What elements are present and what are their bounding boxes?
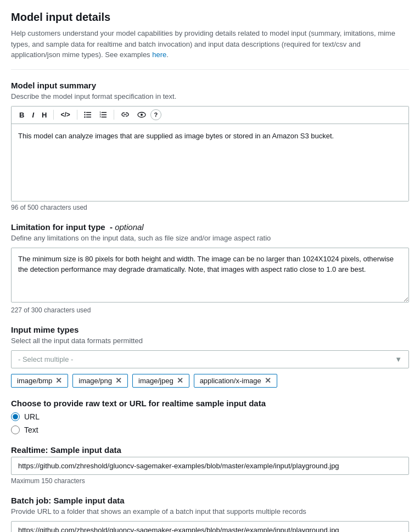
svg-point-3 (84, 112, 85, 113)
svg-point-5 (84, 116, 85, 117)
realtime-section: Realtime: Sample input data Maximum 150 … (11, 445, 409, 485)
mime-title: Input mime types (11, 325, 409, 334)
mime-placeholder: - Select multiple - (18, 355, 73, 363)
mime-tag-bmp: image/bmp ✕ (11, 374, 68, 388)
radio-text-input[interactable] (11, 425, 20, 434)
preview-button[interactable] (134, 109, 149, 121)
radio-url-text: URL (24, 412, 40, 421)
toolbar-divider-3 (114, 110, 114, 120)
limitation-textarea[interactable]: The minimum size is 80 pixels for both h… (11, 248, 409, 303)
svg-point-4 (84, 114, 85, 115)
mime-desc: Select all the input data formats permit… (11, 337, 409, 345)
section-divider (11, 69, 409, 70)
batch-title: Batch job: Sample input data (11, 496, 409, 505)
raw-text-title: Choose to provide raw text or URL for re… (11, 399, 409, 408)
mime-tag-ximage: application/x-image ✕ (194, 374, 277, 388)
realtime-title: Realtime: Sample input data (11, 445, 409, 455)
mime-tag-png: image/png ✕ (72, 374, 128, 388)
examples-link[interactable]: here (152, 51, 166, 59)
mime-tag-jpeg: image/jpeg ✕ (132, 374, 189, 388)
mime-tag-bmp-remove[interactable]: ✕ (55, 377, 62, 384)
realtime-max-chars: Maximum 150 characters (11, 477, 409, 485)
chevron-down-icon: ▼ (395, 355, 402, 363)
radio-url-label[interactable]: URL (11, 412, 409, 421)
rich-editor: B I H </> (11, 106, 409, 201)
toolbar-divider-2 (77, 110, 77, 120)
mime-select[interactable]: - Select multiple - ▼ (11, 350, 409, 368)
summary-char-count: 96 of 500 characters used (11, 204, 409, 211)
svg-rect-2 (86, 117, 91, 118)
editor-content[interactable]: This model can analyze images that are s… (12, 124, 408, 201)
mime-tag-jpeg-remove[interactable]: ✕ (177, 377, 183, 384)
svg-rect-0 (86, 112, 91, 113)
mime-section: Input mime types Select all the input da… (11, 325, 409, 388)
mime-tag-ximage-remove[interactable]: ✕ (265, 377, 271, 384)
radio-text-label[interactable]: Text (11, 425, 409, 434)
italic-button[interactable]: I (29, 109, 37, 121)
svg-rect-6 (102, 112, 107, 113)
raw-text-section: Choose to provide raw text or URL for re… (11, 399, 409, 434)
limitation-title: Limitation for input type - optional (11, 222, 409, 232)
limitation-char-count: 227 of 300 characters used (11, 306, 409, 314)
batch-section: Batch job: Sample input data Provide URL… (11, 496, 409, 533)
heading-button[interactable]: H (38, 109, 50, 121)
radio-url-input[interactable] (11, 412, 20, 421)
summary-title: Model input summary (11, 81, 409, 90)
mime-tag-png-label: image/png (79, 377, 112, 385)
batch-desc: Provide URL to a folder that shows an ex… (11, 507, 409, 516)
svg-rect-7 (102, 114, 107, 115)
summary-desc: Describe the model input format specific… (11, 92, 409, 100)
svg-rect-1 (86, 114, 91, 115)
mime-tag-jpeg-label: image/jpeg (138, 377, 173, 385)
page-title: Model input details (11, 11, 409, 24)
code-button[interactable]: </> (57, 109, 73, 121)
mime-tags-row: image/bmp ✕ image/png ✕ image/jpeg ✕ app… (11, 374, 409, 388)
bold-button[interactable]: B (16, 109, 27, 121)
radio-group: URL Text (11, 412, 409, 434)
link-button[interactable] (117, 109, 133, 121)
ordered-list-button[interactable]: 1. 2. 3. (96, 109, 110, 121)
page-description: Help customers understand your model cap… (11, 28, 409, 60)
mime-tag-ximage-label: application/x-image (200, 377, 261, 385)
svg-point-14 (141, 114, 143, 116)
mime-tag-bmp-label: image/bmp (17, 377, 52, 385)
editor-toolbar: B I H </> (12, 107, 408, 124)
svg-text:3.: 3. (99, 115, 101, 118)
limitation-section: Limitation for input type - optional Def… (11, 222, 409, 314)
summary-section: Model input summary Describe the model i… (11, 81, 409, 211)
batch-input[interactable] (11, 521, 409, 533)
page-container: Model input details Help customers under… (0, 0, 420, 532)
optional-label: optional (115, 222, 144, 232)
svg-rect-8 (102, 117, 107, 118)
toolbar-divider-1 (53, 110, 54, 120)
realtime-input[interactable] (11, 457, 409, 475)
mime-tag-png-remove[interactable]: ✕ (115, 377, 122, 384)
limitation-desc: Define any limitations on the input data… (11, 234, 409, 242)
radio-text-text: Text (24, 425, 38, 434)
unordered-list-button[interactable] (81, 109, 95, 121)
help-button[interactable]: ? (150, 109, 161, 120)
